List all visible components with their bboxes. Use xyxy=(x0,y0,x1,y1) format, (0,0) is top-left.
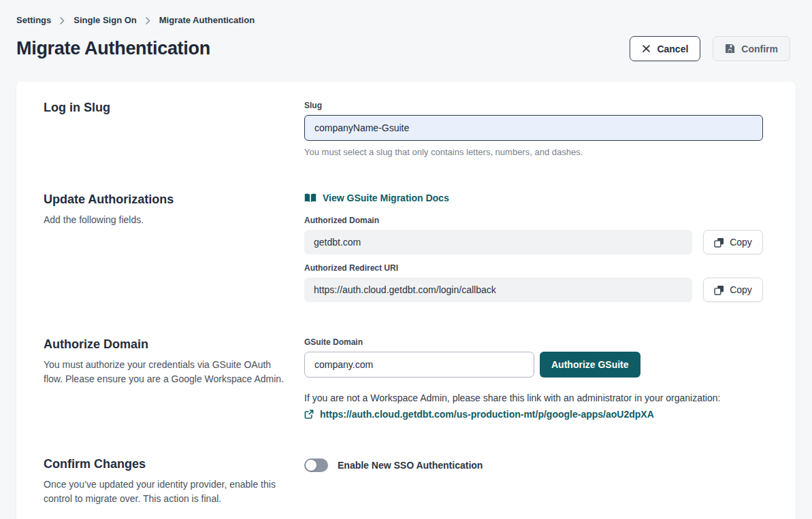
admin-share-link[interactable]: https://auth.cloud.getdbt.com/us-product… xyxy=(304,409,654,420)
section-title: Authorize Domain xyxy=(44,337,288,352)
authorized-domain-label: Authorized Domain xyxy=(304,216,763,225)
slug-label: Slug xyxy=(304,101,763,110)
authorize-gsuite-button[interactable]: Authorize GSuite xyxy=(540,352,640,378)
admin-share-link-url: https://auth.cloud.getdbt.com/us-product… xyxy=(320,409,654,420)
section-update-authorizations: Update Authorizations Add the following … xyxy=(44,192,763,302)
authorized-domain-group: Authorized Domain getdbt.com Copy xyxy=(304,216,763,254)
authorized-redirect-uri-group: Authorized Redirect URI https://auth.clo… xyxy=(304,263,763,302)
enable-sso-toggle-label: Enable New SSO Authentication xyxy=(338,460,483,471)
section-title: Log in Slug xyxy=(44,101,288,115)
copy-redirect-uri-button[interactable]: Copy xyxy=(703,278,763,302)
copy-button-label: Copy xyxy=(730,237,752,248)
section-confirm-changes: Confirm Changes Once you’ve updated your… xyxy=(44,457,763,506)
gsuite-domain-input[interactable] xyxy=(304,352,534,378)
section-description: Once you’ve updated your identity provid… xyxy=(44,478,288,506)
cancel-button[interactable]: Cancel xyxy=(630,36,700,61)
section-title: Update Authorizations xyxy=(44,192,288,207)
toggle-knob xyxy=(306,460,316,471)
close-icon xyxy=(642,44,651,53)
book-icon xyxy=(304,193,316,203)
confirm-button-label: Confirm xyxy=(741,44,778,54)
slug-helper-text: You must select a slug that only contain… xyxy=(304,147,763,157)
settings-card: Log in Slug Slug You must select a slug … xyxy=(16,82,796,519)
confirm-button[interactable]: Confirm xyxy=(713,36,790,61)
workspace-admin-note: If you are not a Workspace Admin, please… xyxy=(304,392,763,403)
section-title: Confirm Changes xyxy=(44,457,288,471)
breadcrumb-current: Migrate Authentication xyxy=(159,15,255,25)
breadcrumb-settings[interactable]: Settings xyxy=(16,15,51,25)
copy-button-label: Copy xyxy=(730,284,752,295)
section-login-slug: Log in Slug Slug You must select a slug … xyxy=(44,101,763,157)
save-icon xyxy=(725,44,735,54)
top-bar: Settings Single Sign On Migrate Authenti… xyxy=(0,0,812,61)
section-description: You must authorize your credentials via … xyxy=(44,358,288,386)
section-authorize-domain: Authorize Domain You must authorize your… xyxy=(44,337,763,422)
copy-icon xyxy=(714,285,724,295)
breadcrumb-single-sign-on[interactable]: Single Sign On xyxy=(74,15,136,25)
slug-input[interactable] xyxy=(304,115,763,141)
gsuite-migration-docs-label: View GSuite Migration Docs xyxy=(323,192,449,203)
gsuite-migration-docs-link[interactable]: View GSuite Migration Docs xyxy=(304,192,449,203)
copy-authorized-domain-button[interactable]: Copy xyxy=(703,230,763,254)
section-description: Add the following fields. xyxy=(44,213,288,227)
gsuite-domain-label: GSuite Domain xyxy=(304,337,763,347)
header-actions: Cancel Confirm xyxy=(630,36,790,61)
page-header: Migrate Authentication Cancel Confirm xyxy=(16,36,790,61)
copy-icon xyxy=(714,237,724,248)
enable-sso-toggle-row: Enable New SSO Authentication xyxy=(304,458,763,472)
authorized-redirect-uri-value: https://auth.cloud.getdbt.com/login/call… xyxy=(304,278,692,302)
cancel-button-label: Cancel xyxy=(657,44,688,54)
authorized-redirect-uri-label: Authorized Redirect URI xyxy=(304,263,763,273)
authorized-domain-value: getdbt.com xyxy=(304,230,692,254)
enable-sso-toggle[interactable] xyxy=(304,458,328,472)
page-title: Migrate Authentication xyxy=(16,38,210,59)
chevron-right-icon xyxy=(60,17,65,24)
external-link-icon xyxy=(304,409,314,419)
chevron-right-icon xyxy=(146,17,150,24)
breadcrumb: Settings Single Sign On Migrate Authenti… xyxy=(16,15,790,25)
